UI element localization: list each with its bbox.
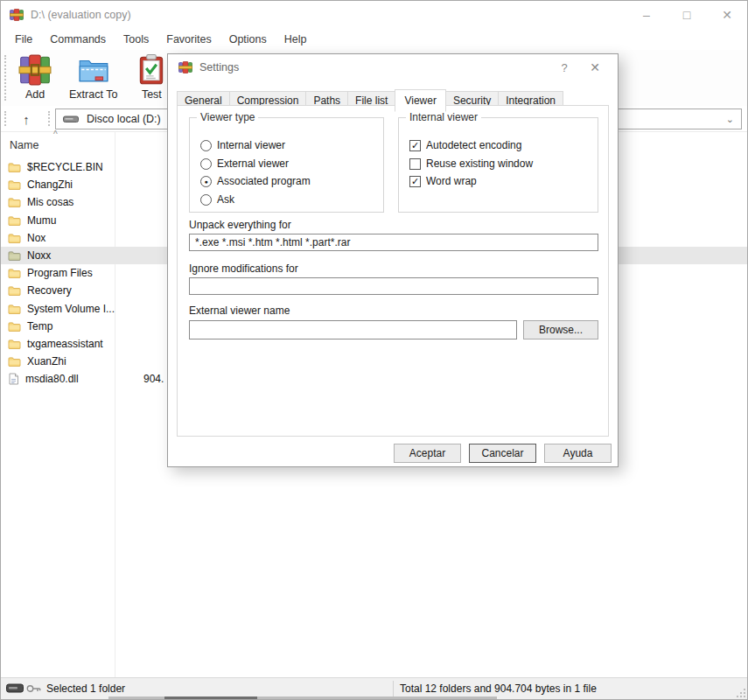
folder-icon: [8, 197, 21, 207]
internal-viewer-group: Internal viewer ✓ Autodetect encoding Re…: [398, 117, 598, 213]
folder-icon: [8, 268, 21, 278]
radio-associated-program[interactable]: ● Associated program: [200, 174, 311, 188]
radio-external-viewer[interactable]: External viewer: [200, 157, 289, 171]
dialog-help-button[interactable]: ?: [551, 54, 577, 80]
radio-icon-selected: ●: [200, 176, 212, 187]
menu-help[interactable]: Help: [276, 31, 316, 48]
winrar-logo-icon: [178, 61, 192, 74]
unpack-everything-label: Unpack everything for: [189, 219, 291, 231]
up-one-level-button[interactable]: ↑: [15, 109, 38, 129]
radio-icon: [200, 140, 212, 151]
file-name: ChangZhi: [27, 178, 73, 191]
viewer-tab-page: Viewer type Internal viewer External vie…: [177, 105, 609, 437]
status-total-text: Total 12 folders and 904.704 bytes in 1 …: [400, 682, 597, 695]
file-name: Recovery: [27, 284, 72, 297]
resize-grip[interactable]: [736, 688, 746, 698]
test-clipboard-icon: [135, 53, 168, 87]
menu-options[interactable]: Options: [220, 31, 276, 48]
toolbar-drag-handle[interactable]: [4, 55, 6, 101]
file-name: Nox: [27, 232, 45, 244]
file-name: XuanZhi: [27, 355, 66, 368]
external-viewer-name-label: External viewer name: [189, 304, 290, 317]
winrar-archive-icon: [18, 53, 52, 87]
ayuda-button[interactable]: Ayuda: [544, 444, 612, 463]
file-name: msdia80.dll: [25, 373, 79, 385]
ignore-modifications-input[interactable]: [189, 277, 598, 295]
background-window-sliver: [108, 696, 497, 699]
file-name: System Volume I...: [27, 303, 115, 315]
close-button[interactable]: ✕: [707, 1, 747, 29]
sort-ascending-icon[interactable]: ^: [53, 130, 58, 139]
radio-icon: [200, 158, 212, 170]
checkbox-checked-icon: ✓: [409, 140, 421, 151]
file-size: 904.: [143, 373, 164, 385]
folder-icon: [8, 304, 21, 314]
checkbox-unchecked-icon: [409, 158, 421, 170]
column-header-name[interactable]: Name: [10, 139, 38, 151]
file-name: Program Files: [27, 267, 93, 279]
viewer-type-group-label: Viewer type: [197, 111, 258, 123]
folder-icon: [8, 233, 21, 243]
settings-dialog: Settings ? ✕ General Compression Paths F…: [167, 53, 619, 467]
background-window-sliver-dark: [164, 696, 257, 699]
menu-commands[interactable]: Commands: [41, 31, 115, 48]
hdd-status-icon: [6, 683, 24, 693]
title-bar: D:\ (evaluation copy) – □ ✕: [1, 1, 747, 29]
radio-icon: [200, 194, 212, 206]
current-path-label: Disco local (D:): [87, 113, 161, 125]
file-icon: [8, 373, 19, 385]
checkbox-reuse-existing-window[interactable]: Reuse existing window: [409, 157, 533, 171]
folder-icon: [8, 215, 21, 226]
extract-folder-icon: [77, 53, 110, 87]
radio-internal-viewer[interactable]: Internal viewer: [200, 138, 285, 152]
folder-icon: [8, 179, 21, 190]
folder-icon: [8, 339, 21, 349]
folder-icon: [8, 356, 21, 367]
ignore-modifications-label: Ignore modifications for: [189, 262, 298, 275]
menu-file[interactable]: File: [6, 31, 41, 48]
address-drag-handle-2[interactable]: [48, 111, 50, 126]
internal-viewer-group-label: Internal viewer: [406, 111, 481, 123]
file-name: Noxx: [27, 249, 51, 262]
winrar-main-window: D:\ (evaluation copy) – □ ✕ File Command…: [0, 0, 748, 700]
file-name: Mumu: [27, 214, 56, 227]
dialog-title-bar: Settings: [168, 54, 618, 80]
drive-icon: [63, 115, 79, 123]
add-button[interactable]: Add: [13, 52, 57, 102]
menu-bar: File Commands Tools Favorites Options He…: [1, 29, 747, 50]
address-drag-handle[interactable]: [4, 111, 6, 126]
dialog-title: Settings: [199, 61, 239, 74]
file-name: $RECYCLE.BIN: [27, 161, 103, 173]
minimize-button[interactable]: –: [626, 1, 667, 29]
window-controls: – □ ✕: [626, 1, 747, 29]
file-name: txgameassistant: [27, 338, 103, 350]
checkbox-checked-icon: ✓: [409, 176, 421, 187]
folder-icon: [8, 162, 21, 172]
radio-ask[interactable]: Ask: [200, 192, 234, 206]
external-viewer-name-input[interactable]: [189, 320, 517, 340]
file-name: Temp: [27, 320, 52, 332]
winrar-logo-icon: [10, 9, 24, 21]
add-button-label: Add: [25, 88, 45, 101]
checkbox-autodetect-encoding[interactable]: ✓ Autodetect encoding: [409, 138, 521, 152]
browse-button[interactable]: Browse...: [523, 320, 598, 340]
status-selection-text: Selected 1 folder: [46, 682, 125, 695]
aceptar-button[interactable]: Aceptar: [394, 444, 461, 463]
window-title: D:\ (evaluation copy): [31, 9, 131, 21]
viewer-type-group: Viewer type Internal viewer External vie…: [189, 117, 384, 213]
cancelar-button[interactable]: Cancelar: [469, 444, 536, 463]
file-name: Mis cosas: [27, 196, 73, 208]
extract-to-button-label: Extract To: [69, 88, 117, 101]
checkbox-word-wrap[interactable]: ✓ Word wrap: [409, 174, 477, 188]
key-status-icon[interactable]: [26, 683, 42, 694]
folder-icon: [8, 250, 21, 261]
extract-to-button[interactable]: Extract To: [64, 52, 122, 102]
menu-tools[interactable]: Tools: [115, 31, 157, 48]
dialog-close-button[interactable]: ✕: [579, 54, 611, 80]
unpack-everything-input[interactable]: [189, 234, 598, 251]
folder-icon: [8, 321, 21, 332]
maximize-button[interactable]: □: [667, 1, 707, 29]
chevron-down-icon[interactable]: ⌄: [726, 114, 734, 125]
menu-favorites[interactable]: Favorites: [157, 31, 220, 48]
tab-viewer[interactable]: Viewer: [395, 89, 445, 112]
